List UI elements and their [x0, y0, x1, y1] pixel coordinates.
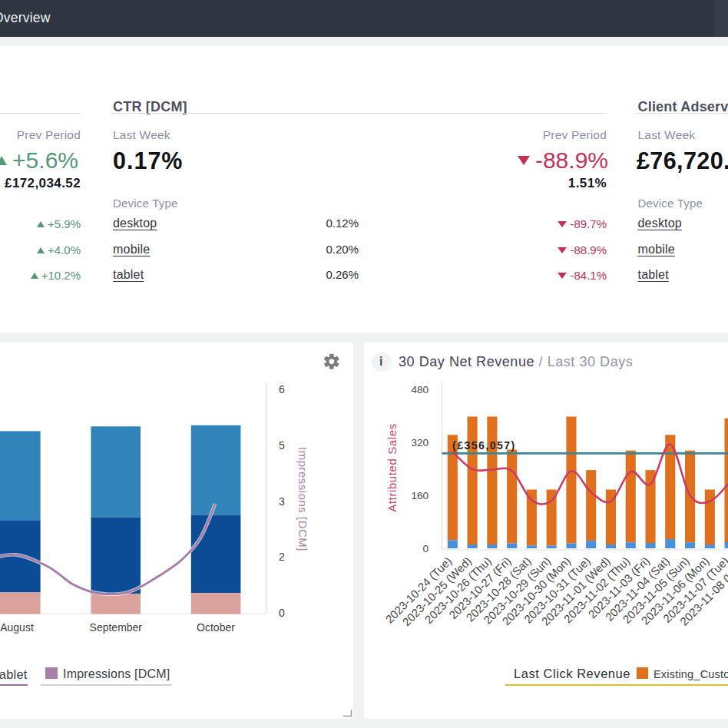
- svg-text:August: August: [0, 621, 34, 634]
- svg-text:0: 0: [279, 607, 285, 619]
- svg-text:5: 5: [279, 439, 285, 452]
- svg-text:320: 320: [411, 437, 429, 448]
- svg-text:480: 480: [411, 384, 429, 395]
- svg-text:0: 0: [422, 543, 429, 554]
- svg-text:Attributed Sales: Attributed Sales: [386, 423, 399, 512]
- svg-text:3: 3: [279, 495, 285, 508]
- svg-text:October: October: [197, 621, 235, 634]
- svg-text:(£356,057): (£356,057): [452, 439, 516, 452]
- svg-text:2: 2: [279, 551, 285, 563]
- svg-text:September: September: [90, 621, 143, 634]
- svg-text:Impressions [DCM]: Impressions [DCM]: [296, 447, 309, 551]
- svg-text:6: 6: [279, 383, 285, 395]
- svg-text:160: 160: [411, 490, 429, 501]
